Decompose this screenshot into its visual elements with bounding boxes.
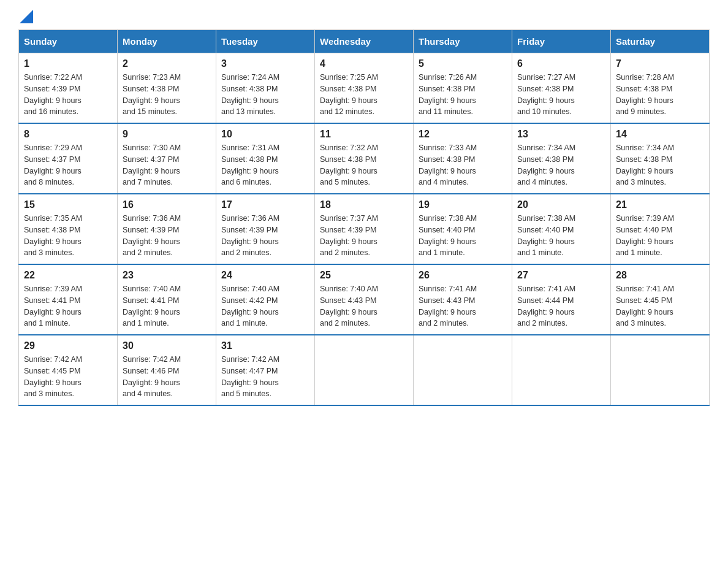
calendar-day-cell: 16 Sunrise: 7:36 AM Sunset: 4:39 PM Dayl… (118, 194, 216, 264)
day-info: Sunrise: 7:31 AM Sunset: 4:38 PM Dayligh… (221, 142, 309, 188)
calendar-week-row: 22 Sunrise: 7:39 AM Sunset: 4:41 PM Dayl… (19, 264, 710, 335)
calendar-day-cell: 22 Sunrise: 7:39 AM Sunset: 4:41 PM Dayl… (19, 264, 118, 335)
day-number: 11 (320, 129, 408, 140)
calendar-week-row: 1 Sunrise: 7:22 AM Sunset: 4:39 PM Dayli… (19, 53, 710, 124)
day-number: 4 (320, 58, 408, 69)
weekday-header-wednesday: Wednesday (315, 30, 414, 53)
day-info: Sunrise: 7:25 AM Sunset: 4:38 PM Dayligh… (320, 72, 408, 118)
calendar-day-cell: 6 Sunrise: 7:27 AM Sunset: 4:38 PM Dayli… (512, 53, 611, 124)
weekday-header-tuesday: Tuesday (216, 30, 315, 53)
day-number: 23 (123, 270, 211, 281)
calendar-day-cell: 9 Sunrise: 7:30 AM Sunset: 4:37 PM Dayli… (118, 123, 216, 194)
day-info: Sunrise: 7:41 AM Sunset: 4:44 PM Dayligh… (517, 283, 605, 329)
day-info: Sunrise: 7:38 AM Sunset: 4:40 PM Dayligh… (517, 213, 605, 259)
day-info: Sunrise: 7:42 AM Sunset: 4:46 PM Dayligh… (123, 354, 211, 400)
day-number: 17 (221, 199, 309, 210)
day-number: 27 (517, 270, 605, 281)
day-info: Sunrise: 7:38 AM Sunset: 4:40 PM Dayligh… (419, 213, 507, 259)
day-number: 25 (320, 270, 408, 281)
day-info: Sunrise: 7:39 AM Sunset: 4:41 PM Dayligh… (24, 283, 112, 329)
calendar-week-row: 8 Sunrise: 7:29 AM Sunset: 4:37 PM Dayli… (19, 123, 710, 194)
day-info: Sunrise: 7:41 AM Sunset: 4:45 PM Dayligh… (616, 283, 704, 329)
day-info: Sunrise: 7:37 AM Sunset: 4:39 PM Dayligh… (320, 213, 408, 259)
day-info: Sunrise: 7:36 AM Sunset: 4:39 PM Dayligh… (221, 213, 309, 259)
day-info: Sunrise: 7:23 AM Sunset: 4:38 PM Dayligh… (123, 72, 211, 118)
day-info: Sunrise: 7:28 AM Sunset: 4:38 PM Dayligh… (616, 72, 704, 118)
weekday-header-monday: Monday (118, 30, 216, 53)
day-number: 15 (24, 199, 112, 210)
day-number: 1 (24, 58, 112, 69)
day-info: Sunrise: 7:27 AM Sunset: 4:38 PM Dayligh… (517, 72, 605, 118)
day-number: 8 (24, 129, 112, 140)
page-header (18, 12, 710, 18)
day-info: Sunrise: 7:40 AM Sunset: 4:41 PM Dayligh… (123, 283, 211, 329)
calendar-day-cell: 10 Sunrise: 7:31 AM Sunset: 4:38 PM Dayl… (216, 123, 315, 194)
day-number: 10 (221, 129, 309, 140)
day-info: Sunrise: 7:39 AM Sunset: 4:40 PM Dayligh… (616, 213, 704, 259)
weekday-header-friday: Friday (512, 30, 611, 53)
calendar-day-cell: 1 Sunrise: 7:22 AM Sunset: 4:39 PM Dayli… (19, 53, 118, 124)
day-number: 24 (221, 270, 309, 281)
day-info: Sunrise: 7:29 AM Sunset: 4:37 PM Dayligh… (24, 142, 112, 188)
calendar-table: SundayMondayTuesdayWednesdayThursdayFrid… (18, 29, 710, 406)
day-info: Sunrise: 7:40 AM Sunset: 4:43 PM Dayligh… (320, 283, 408, 329)
calendar-day-cell: 21 Sunrise: 7:39 AM Sunset: 4:40 PM Dayl… (611, 194, 710, 264)
logo (18, 12, 33, 18)
calendar-day-cell: 2 Sunrise: 7:23 AM Sunset: 4:38 PM Dayli… (118, 53, 216, 124)
calendar-day-cell: 28 Sunrise: 7:41 AM Sunset: 4:45 PM Dayl… (611, 264, 710, 335)
weekday-header-row: SundayMondayTuesdayWednesdayThursdayFrid… (19, 30, 710, 53)
day-number: 14 (616, 129, 704, 140)
calendar-day-cell: 30 Sunrise: 7:42 AM Sunset: 4:46 PM Dayl… (118, 335, 216, 405)
day-number: 12 (419, 129, 507, 140)
calendar-day-cell: 12 Sunrise: 7:33 AM Sunset: 4:38 PM Dayl… (414, 123, 512, 194)
calendar-day-cell: 18 Sunrise: 7:37 AM Sunset: 4:39 PM Dayl… (315, 194, 414, 264)
day-number: 30 (123, 340, 211, 351)
calendar-day-cell: 29 Sunrise: 7:42 AM Sunset: 4:45 PM Dayl… (19, 335, 118, 405)
calendar-day-cell: 15 Sunrise: 7:35 AM Sunset: 4:38 PM Dayl… (19, 194, 118, 264)
day-info: Sunrise: 7:22 AM Sunset: 4:39 PM Dayligh… (24, 72, 112, 118)
calendar-day-cell: 5 Sunrise: 7:26 AM Sunset: 4:38 PM Dayli… (414, 53, 512, 124)
svg-marker-0 (20, 10, 33, 23)
logo-triangle-icon (20, 10, 33, 23)
calendar-day-cell: 8 Sunrise: 7:29 AM Sunset: 4:37 PM Dayli… (19, 123, 118, 194)
calendar-day-cell: 7 Sunrise: 7:28 AM Sunset: 4:38 PM Dayli… (611, 53, 710, 124)
day-info: Sunrise: 7:30 AM Sunset: 4:37 PM Dayligh… (123, 142, 211, 188)
calendar-day-cell: 17 Sunrise: 7:36 AM Sunset: 4:39 PM Dayl… (216, 194, 315, 264)
day-number: 3 (221, 58, 309, 69)
weekday-header-saturday: Saturday (611, 30, 710, 53)
day-number: 5 (419, 58, 507, 69)
weekday-header-thursday: Thursday (414, 30, 512, 53)
day-info: Sunrise: 7:32 AM Sunset: 4:38 PM Dayligh… (320, 142, 408, 188)
day-info: Sunrise: 7:34 AM Sunset: 4:38 PM Dayligh… (616, 142, 704, 188)
day-number: 21 (616, 199, 704, 210)
calendar-day-cell: 19 Sunrise: 7:38 AM Sunset: 4:40 PM Dayl… (414, 194, 512, 264)
day-info: Sunrise: 7:36 AM Sunset: 4:39 PM Dayligh… (123, 213, 211, 259)
calendar-day-cell: 27 Sunrise: 7:41 AM Sunset: 4:44 PM Dayl… (512, 264, 611, 335)
calendar-day-cell: 25 Sunrise: 7:40 AM Sunset: 4:43 PM Dayl… (315, 264, 414, 335)
calendar-day-cell: 14 Sunrise: 7:34 AM Sunset: 4:38 PM Dayl… (611, 123, 710, 194)
day-number: 20 (517, 199, 605, 210)
calendar-day-cell: 13 Sunrise: 7:34 AM Sunset: 4:38 PM Dayl… (512, 123, 611, 194)
calendar-day-cell (611, 335, 710, 405)
day-number: 9 (123, 129, 211, 140)
day-number: 6 (517, 58, 605, 69)
calendar-day-cell: 24 Sunrise: 7:40 AM Sunset: 4:42 PM Dayl… (216, 264, 315, 335)
day-info: Sunrise: 7:33 AM Sunset: 4:38 PM Dayligh… (419, 142, 507, 188)
day-number: 31 (221, 340, 309, 351)
day-info: Sunrise: 7:40 AM Sunset: 4:42 PM Dayligh… (221, 283, 309, 329)
day-info: Sunrise: 7:41 AM Sunset: 4:43 PM Dayligh… (419, 283, 507, 329)
day-number: 16 (123, 199, 211, 210)
day-number: 26 (419, 270, 507, 281)
day-number: 29 (24, 340, 112, 351)
day-info: Sunrise: 7:24 AM Sunset: 4:38 PM Dayligh… (221, 72, 309, 118)
day-number: 18 (320, 199, 408, 210)
calendar-week-row: 15 Sunrise: 7:35 AM Sunset: 4:38 PM Dayl… (19, 194, 710, 264)
calendar-day-cell: 11 Sunrise: 7:32 AM Sunset: 4:38 PM Dayl… (315, 123, 414, 194)
calendar-day-cell (414, 335, 512, 405)
calendar-day-cell: 23 Sunrise: 7:40 AM Sunset: 4:41 PM Dayl… (118, 264, 216, 335)
calendar-day-cell: 20 Sunrise: 7:38 AM Sunset: 4:40 PM Dayl… (512, 194, 611, 264)
day-info: Sunrise: 7:35 AM Sunset: 4:38 PM Dayligh… (24, 213, 112, 259)
calendar-day-cell (315, 335, 414, 405)
day-number: 19 (419, 199, 507, 210)
day-number: 2 (123, 58, 211, 69)
